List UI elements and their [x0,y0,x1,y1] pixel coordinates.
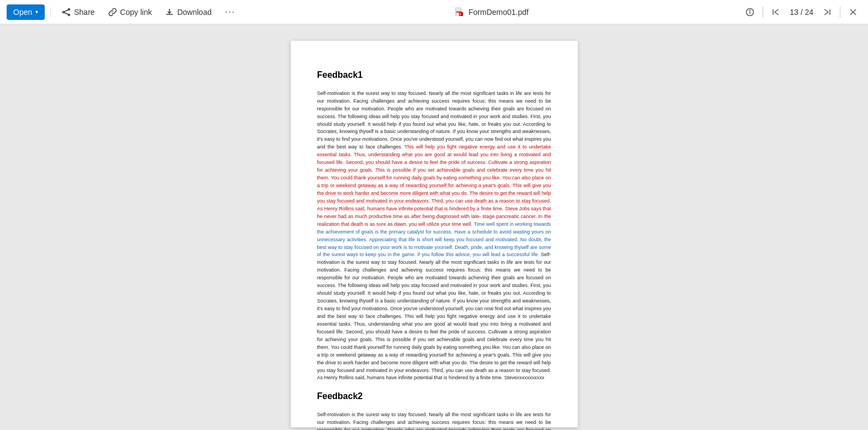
pdf-viewport[interactable]: Feedback1 Self-motivation is the surest … [0,24,868,430]
download-icon [165,8,174,17]
open-button[interactable]: Open ▾ [7,4,45,20]
toolbar-right: 13 / 24 [742,4,861,20]
share-label: Share [74,8,94,17]
feedback1-heading: Feedback1 [317,68,551,82]
close-button[interactable] [845,4,861,20]
copy-link-button[interactable]: Copy link [103,5,158,19]
feedback1-paragraph: Self-motivation is the surest way to sta… [317,90,551,383]
main-area: Feedback1 Self-motivation is the surest … [0,24,868,430]
divider [763,7,763,18]
feedback2-heading: Feedback2 [317,390,551,404]
pdf-page: Feedback1 Self-motivation is the surest … [291,41,578,427]
svg-line-3 [65,9,68,11]
share-button[interactable]: Share [56,5,100,19]
more-label: ··· [225,7,235,17]
share-icon [62,8,71,17]
first-page-icon [771,8,780,17]
more-button[interactable]: ··· [219,4,241,20]
page-indicator: 13 / 24 [786,8,817,17]
toolbar: Open ▾ Share Copy link Download ··· [0,0,868,24]
last-page-icon [823,8,832,17]
svg-point-0 [68,8,70,10]
open-label: Open [13,8,32,17]
download-label: Download [177,8,211,17]
toolbar-center: PDF P FormDemo01.pdf [243,7,739,17]
chevron-down-icon: ▾ [35,9,38,15]
toolbar-divider [50,7,51,18]
first-page-button[interactable] [768,4,784,20]
info-button[interactable] [742,4,758,20]
link-icon [108,8,117,17]
download-button[interactable]: Download [159,5,217,19]
info-icon [745,8,754,17]
svg-point-2 [63,11,65,13]
copy-link-label: Copy link [120,8,152,17]
divider2 [840,7,840,18]
close-icon [849,8,858,17]
feedback2-paragraph: Self-motivation is the surest way to sta… [317,411,551,430]
svg-line-4 [65,12,68,14]
svg-point-13 [750,10,750,10]
last-page-button[interactable] [819,4,835,20]
pdf-file-icon: PDF P [454,7,464,17]
file-name: FormDemo01.pdf [468,8,529,17]
svg-point-1 [68,14,70,15]
